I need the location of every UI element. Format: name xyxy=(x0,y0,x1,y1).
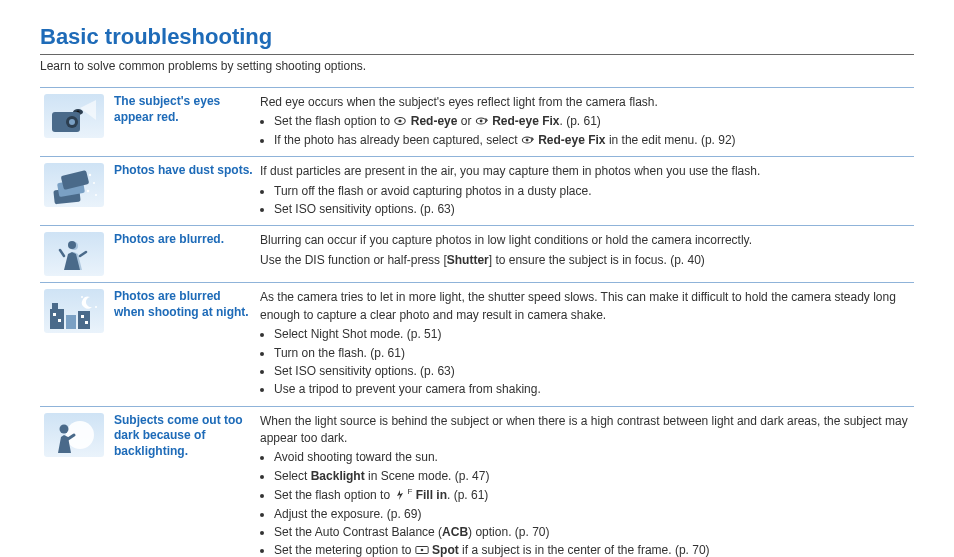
svg-rect-26 xyxy=(50,309,64,329)
lead-text: Red eye occurs when the subject's eyes r… xyxy=(260,94,914,111)
troubleshooting-table: The subject's eyes appear red.Red eye oc… xyxy=(40,87,914,557)
camera-flash-icon xyxy=(40,92,108,150)
problem-label: Photos are blurred. xyxy=(108,230,260,276)
solution-body: Blurring can occur if you capture photos… xyxy=(260,230,914,276)
svg-rect-29 xyxy=(78,311,90,329)
list-item: Set the Auto Contrast Balance (ACB) opti… xyxy=(274,524,914,541)
lead-text: When the light source is behind the subj… xyxy=(260,413,914,448)
list-item: Turn on the flash. (p. 61) xyxy=(274,345,914,362)
list-item: Set the flash option to F Fill in. (p. 6… xyxy=(274,486,914,504)
svg-point-18 xyxy=(87,190,90,193)
problem-label: Photos have dust spots. xyxy=(108,161,260,219)
dust-photos-icon xyxy=(40,161,108,219)
svg-point-16 xyxy=(89,174,91,176)
svg-rect-30 xyxy=(53,313,56,316)
page-title: Basic troubleshooting xyxy=(40,24,914,50)
svg-point-25 xyxy=(95,306,97,308)
svg-point-5 xyxy=(69,119,75,125)
bullet-list: Set the flash option to Red-eye or Red-e… xyxy=(260,113,914,149)
solution-body: Red eye occurs when the subject's eyes r… xyxy=(260,92,914,150)
solution-body: If dust particles are present in the air… xyxy=(260,161,914,219)
svg-point-19 xyxy=(95,194,97,196)
bullet-list: Turn off the flash or avoid capturing ph… xyxy=(260,183,914,219)
svg-rect-31 xyxy=(58,319,61,322)
table-row: Subjects come out too dark because of ba… xyxy=(40,406,914,557)
night-city-icon xyxy=(40,287,108,399)
table-row: Photos are blurred when shooting at nigh… xyxy=(40,282,914,405)
svg-rect-33 xyxy=(85,321,88,324)
solution-body: When the light source is behind the subj… xyxy=(260,411,914,557)
lead-text: As the camera tries to let in more light… xyxy=(260,289,914,324)
blur-person-icon xyxy=(40,230,108,276)
title-rule xyxy=(40,54,914,55)
intro-text: Learn to solve common problems by settin… xyxy=(40,59,914,73)
table-row: Photos have dust spots.If dust particles… xyxy=(40,156,914,225)
svg-rect-27 xyxy=(52,303,58,309)
solution-body: As the camera tries to let in more light… xyxy=(260,287,914,399)
svg-rect-28 xyxy=(66,315,76,329)
lead-text: Blurring can occur if you capture photos… xyxy=(260,232,914,249)
lead-text-2: Use the DIS function or half-press [Shut… xyxy=(260,252,914,269)
list-item: Set the flash option to Red-eye or Red-e… xyxy=(274,113,914,130)
list-item: Turn off the flash or avoid capturing ph… xyxy=(274,183,914,200)
svg-point-17 xyxy=(93,182,95,184)
list-item: If the photo has already been captured, … xyxy=(274,132,914,149)
problem-label: Photos are blurred when shooting at nigh… xyxy=(108,287,260,399)
svg-point-11 xyxy=(526,138,529,141)
list-item: Select Night Shot mode. (p. 51) xyxy=(274,326,914,343)
svg-point-7 xyxy=(399,120,402,123)
bullet-list: Select Night Shot mode. (p. 51)Turn on t… xyxy=(260,326,914,399)
list-item: Set ISO sensitivity options. (p. 63) xyxy=(274,363,914,380)
svg-rect-32 xyxy=(81,315,84,318)
table-row: Photos are blurred.Blurring can occur if… xyxy=(40,225,914,282)
lead-text: If dust particles are present in the air… xyxy=(260,163,914,180)
table-row: The subject's eyes appear red.Red eye oc… xyxy=(40,87,914,156)
bullet-list: Avoid shooting toward the sun.Select Bac… xyxy=(260,449,914,557)
svg-point-36 xyxy=(60,424,69,433)
problem-label: Subjects come out too dark because of ba… xyxy=(108,411,260,557)
list-item: Use a tripod to prevent your camera from… xyxy=(274,381,914,398)
svg-point-35 xyxy=(66,421,94,449)
svg-point-9 xyxy=(480,120,483,123)
backlight-person-icon xyxy=(40,411,108,557)
svg-point-38 xyxy=(420,549,423,552)
list-item: Avoid shooting toward the sun. xyxy=(274,449,914,466)
svg-point-22 xyxy=(68,241,76,249)
list-item: Set ISO sensitivity options. (p. 63) xyxy=(274,201,914,218)
list-item: Select Backlight in Scene mode. (p. 47) xyxy=(274,468,914,485)
problem-label: The subject's eyes appear red. xyxy=(108,92,260,150)
svg-point-24 xyxy=(81,296,83,298)
list-item: Set the metering option to Spot if a sub… xyxy=(274,542,914,557)
list-item: Adjust the exposure. (p. 69) xyxy=(274,506,914,523)
